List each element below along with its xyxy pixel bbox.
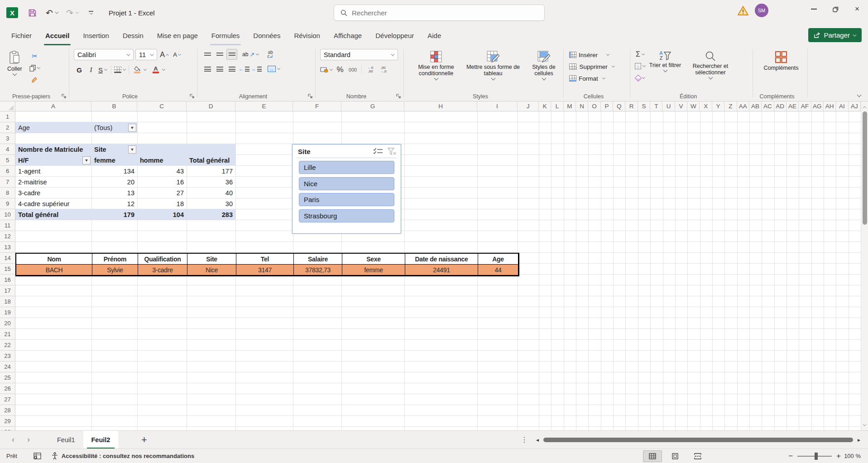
pivot-total-label[interactable]: Total général [15,209,91,220]
slicer-item-nice[interactable]: Nice [299,177,394,190]
align-left-button[interactable] [202,63,213,74]
pivot-row-label[interactable]: 4-cadre supérieur [15,198,91,209]
italic-button[interactable]: I [86,64,96,75]
sheet-grid[interactable]: 1234567891011121314151617181920212223242… [0,111,861,430]
row-header-16[interactable]: 16 [0,275,15,285]
decrease-decimal-button[interactable]: ←0,00 [365,64,376,75]
pivot-total-value[interactable]: 104 [137,209,187,220]
conditional-formatting-button[interactable]: Mise en forme conditionnelle [408,49,464,91]
column-header-AG[interactable]: AG [811,101,824,111]
row-header-7[interactable]: 7 [0,177,15,188]
slicer-clear-filter-button[interactable] [388,148,396,155]
accounting-format-button[interactable] [320,64,333,75]
pivot-value[interactable]: 36 [187,177,235,188]
row-header-18[interactable]: 18 [0,296,15,307]
table-header-cell[interactable]: Salaire [294,254,342,265]
align-center-button[interactable] [214,63,225,74]
pivot-row-label[interactable]: 1-agent [15,166,91,177]
column-header-J[interactable]: J [518,101,539,111]
ribbon-tab-formules[interactable]: Formules [205,25,247,45]
align-top-button[interactable] [202,49,213,60]
sheet-options-kebab[interactable]: ⋮ [521,435,528,444]
scroll-right-icon[interactable]: ▸ [858,437,860,443]
column-header-Q[interactable]: Q [613,101,625,111]
delete-cells-button[interactable]: × Supprimer [568,61,627,72]
row-header-9[interactable]: 9 [0,198,15,209]
row-header-13[interactable]: 13 [0,242,15,253]
sheet-tab-feuil2[interactable]: Feuil2 [83,431,119,449]
row-header-12[interactable]: 12 [0,231,15,242]
table-header-cell[interactable]: Site [187,254,236,265]
table-data-cell[interactable]: 3-cadre [138,265,187,275]
zoom-slider-thumb[interactable] [815,453,818,460]
row-header-5[interactable]: 5 [0,155,15,166]
pivot-value[interactable]: 20 [91,177,137,188]
table-data-cell[interactable]: Sylvie [92,265,138,275]
column-header-G[interactable]: G [341,101,404,111]
column-header-AJ[interactable]: AJ [849,101,861,111]
row-header-23[interactable]: 23 [0,351,15,362]
column-header-I[interactable]: I [477,101,518,111]
cell-styles-button[interactable]: Styles de cellules [523,49,565,91]
ribbon-tab-aide[interactable]: Aide [421,25,448,45]
column-header-O[interactable]: O [588,101,600,111]
zoom-out-button[interactable]: − [788,452,793,461]
bold-button[interactable]: G [74,64,85,75]
table-data-cell[interactable]: 24491 [405,265,478,275]
column-header-T[interactable]: T [650,101,662,111]
macro-record-button[interactable] [34,453,41,459]
row-header-1[interactable]: 1 [0,111,15,122]
row-header-2[interactable]: 2 [0,122,15,133]
pivot-header-cell[interactable]: femme [91,155,137,166]
ribbon-tab-insertion[interactable]: Insertion [76,25,116,45]
pivot-site-dropdown-button[interactable] [128,145,136,154]
table-header-cell[interactable]: Prénom [92,254,138,265]
table-data-cell[interactable]: Nice [187,265,236,275]
warning-icon[interactable] [738,6,748,15]
alignment-dialog-launcher[interactable] [308,94,313,99]
undo-button[interactable]: ↶ [43,6,56,19]
column-header-AC[interactable]: AC [762,101,774,111]
column-header-E[interactable]: E [235,101,293,111]
row-header-3[interactable]: 3 [0,133,15,144]
pivot-header-cell[interactable]: homme [137,155,187,166]
format-as-table-button[interactable]: Mettre sous forme de tableau [465,49,521,91]
account-avatar[interactable]: SM [755,4,768,17]
pivot-row-label[interactable]: 3-cadre [15,188,91,198]
row-header-28[interactable]: 28 [0,405,15,416]
row-header-4[interactable]: 4 [0,144,15,155]
accessibility-icon[interactable] [51,452,58,460]
addins-button[interactable]: Compléments [758,49,804,91]
insert-cells-button[interactable]: Insérer [568,49,627,61]
column-header-X[interactable]: X [700,101,712,111]
row-header-27[interactable]: 27 [0,394,15,405]
row-header-29[interactable]: 29 [0,416,15,427]
slicer-item-strasbourg[interactable]: Strasbourg [299,209,394,222]
pivot-filter-dropdown-button[interactable] [128,124,136,132]
table-data-cell[interactable]: 3147 [236,265,294,275]
wrap-text-button[interactable]: abc↲ [265,49,276,60]
search-input[interactable] [352,9,524,17]
shrink-font-button[interactable]: A [172,49,182,60]
column-header-P[interactable]: P [601,101,613,111]
format-painter-button[interactable] [29,74,40,85]
column-header-S[interactable]: S [638,101,650,111]
page-break-view-button[interactable] [688,450,707,462]
column-header-D[interactable]: D [187,101,235,111]
table-header-cell[interactable]: Date de naissance [405,254,478,265]
ribbon-tab-révision[interactable]: Révision [287,25,327,45]
ribbon-tab-dessin[interactable]: Dessin [116,25,150,45]
clear-button[interactable] [635,72,646,83]
row-header-24[interactable]: 24 [0,362,15,372]
add-sheet-button[interactable]: + [136,431,152,449]
format-cells-button[interactable]: Format [568,72,627,84]
column-header-F[interactable]: F [293,101,341,111]
orientation-button[interactable]: ab↗ [242,49,259,60]
row-header-15[interactable]: 15 [0,264,15,275]
slicer-item-lille[interactable]: Lille [299,161,394,174]
row-header-10[interactable]: 10 [0,209,15,220]
find-select-button[interactable]: Rechercher et sélectionner [685,49,736,91]
fill-color-button[interactable] [132,64,143,75]
scroll-left-icon[interactable]: ◂ [536,437,539,443]
column-header-AE[interactable]: AE [786,101,799,111]
